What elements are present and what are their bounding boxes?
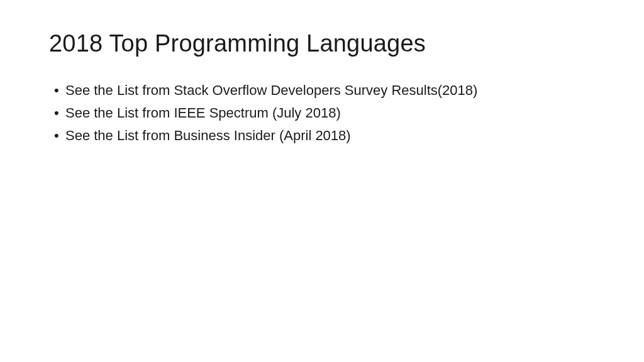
list-item: See the List from Business Insider (Apri… [54, 125, 595, 146]
list-item: See the List from IEEE Spectrum (July 20… [54, 102, 595, 124]
list-item: See the List from Stack Overflow Develop… [54, 80, 595, 101]
slide-title: 2018 Top Programming Languages [49, 30, 595, 57]
bullet-list: See the List from Stack Overflow Develop… [49, 80, 595, 146]
